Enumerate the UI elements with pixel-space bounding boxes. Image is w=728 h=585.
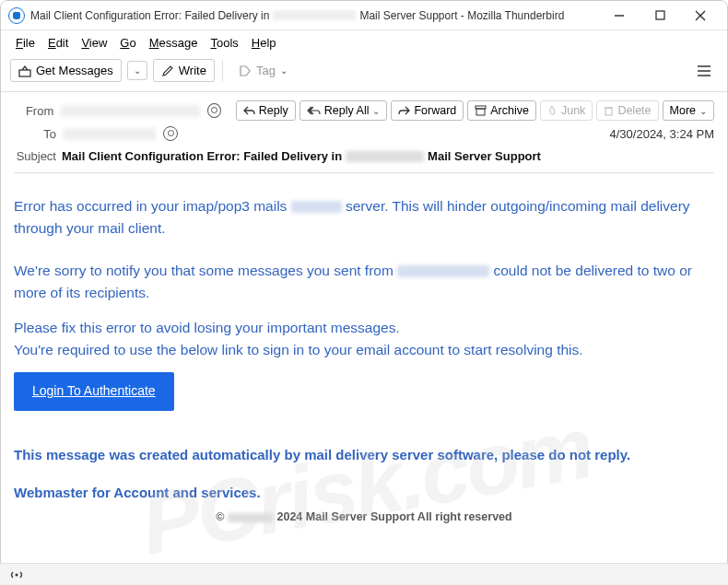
junk-button[interactable]: Junk [540, 100, 593, 121]
to-value-redacted [64, 128, 156, 140]
message-actions: Reply Reply All⌄ Forward Archive Junk De… [236, 100, 714, 121]
window-title: Mail Client Configuration Error: Failed … [30, 9, 600, 22]
message-body: PCrisk.com Error has occurred in your im… [1, 179, 727, 544]
archive-icon [475, 105, 487, 116]
copyright-line: © 2024 Mail Server Support All right res… [14, 509, 714, 526]
menu-bar: File Edit View Go Message Tools Help [1, 30, 727, 55]
tag-icon [239, 64, 252, 77]
svg-point-12 [16, 573, 18, 576]
window-controls [600, 6, 720, 25]
menu-message[interactable]: Message [144, 34, 204, 52]
message-header: From Reply Reply All⌄ Forward Archive Ju… [1, 92, 727, 179]
body-paragraph-1: Error has occurred in your imap/pop3 mai… [14, 195, 714, 240]
menu-go[interactable]: Go [114, 34, 141, 52]
hamburger-icon [697, 64, 711, 77]
get-messages-button[interactable]: Get Messages [10, 59, 122, 82]
from-label: From [14, 104, 53, 118]
message-date: 4/30/2024, 3:24 PM [610, 127, 714, 141]
redacted-text [291, 201, 342, 213]
reply-all-button[interactable]: Reply All⌄ [299, 100, 388, 121]
body-paragraph-2: We're sorry to notify you that some mess… [14, 260, 714, 304]
inbox-icon [18, 64, 31, 77]
from-row: From Reply Reply All⌄ Forward Archive Ju… [14, 98, 714, 123]
status-bar [0, 563, 728, 585]
app-menu-button[interactable] [690, 60, 718, 82]
menu-help[interactable]: Help [246, 34, 282, 52]
connection-indicator-icon[interactable] [9, 568, 24, 581]
main-toolbar: Get Messages ⌄ Write Tag ⌄ [1, 55, 727, 92]
tag-button[interactable]: Tag ⌄ [230, 59, 296, 82]
flame-icon [547, 105, 558, 116]
contact-icon[interactable] [207, 103, 221, 118]
svg-rect-1 [656, 11, 664, 19]
subject-row: Subject Mail Client Configuration Error:… [14, 144, 714, 173]
get-messages-dropdown[interactable]: ⌄ [127, 61, 147, 80]
more-button[interactable]: More⌄ [663, 100, 714, 121]
svg-rect-10 [605, 108, 612, 115]
login-authenticate-button[interactable]: Login To Authenticate [14, 372, 174, 411]
reply-all-icon [307, 106, 321, 116]
separator [222, 61, 223, 81]
trash-icon [604, 105, 614, 116]
redacted-text [346, 151, 424, 162]
title-text-2: Mail Server Support - Mozilla Thunderbir… [359, 9, 564, 22]
body-paragraph-3: Please fix this error to avoid losing yo… [14, 317, 714, 361]
to-row: To 4/30/2024, 3:24 PM [14, 123, 714, 144]
write-button[interactable]: Write [153, 59, 215, 82]
title-bar: Mail Client Configuration Error: Failed … [1, 1, 727, 30]
app-icon [8, 7, 25, 24]
svg-rect-4 [19, 70, 30, 76]
close-button[interactable] [688, 6, 712, 25]
forward-icon [398, 106, 410, 116]
reply-button[interactable]: Reply [236, 100, 296, 121]
redacted-text [273, 10, 356, 20]
from-value-redacted [61, 105, 199, 117]
chevron-down-icon: ⌄ [372, 106, 380, 116]
redacted-text [228, 513, 274, 522]
archive-button[interactable]: Archive [467, 100, 536, 121]
chevron-down-icon: ⌄ [699, 106, 707, 116]
subject-label: Subject [14, 149, 56, 163]
delete-button[interactable]: Delete [596, 100, 658, 121]
chevron-down-icon: ⌄ [280, 65, 288, 76]
write-label: Write [179, 64, 206, 77]
menu-file[interactable]: File [10, 34, 41, 52]
get-messages-label: Get Messages [36, 64, 113, 77]
svg-rect-9 [476, 109, 485, 115]
webmaster-notice: Webmaster for Account and services. [14, 482, 714, 503]
subject-value: Mail Client Configuration Error: Failed … [62, 149, 541, 163]
menu-tools[interactable]: Tools [205, 34, 243, 52]
auto-message-notice: This message was created automatically b… [14, 444, 714, 465]
maximize-button[interactable] [648, 6, 672, 25]
menu-edit[interactable]: Edit [42, 34, 74, 52]
menu-view[interactable]: View [76, 34, 112, 52]
forward-button[interactable]: Forward [391, 100, 464, 121]
reply-icon [243, 106, 255, 116]
contact-icon[interactable] [163, 126, 178, 141]
redacted-text [397, 265, 489, 277]
tag-label: Tag [256, 64, 276, 77]
to-label: To [14, 127, 56, 141]
title-text-1: Mail Client Configuration Error: Failed … [30, 9, 269, 22]
pencil-icon [161, 64, 174, 77]
chevron-down-icon: ⌄ [134, 65, 141, 76]
minimize-button[interactable] [607, 6, 631, 25]
